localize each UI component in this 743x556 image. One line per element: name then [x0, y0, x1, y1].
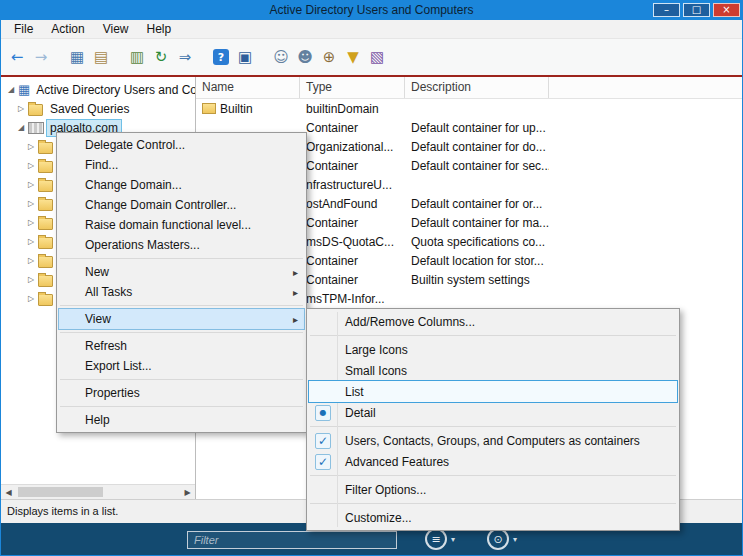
- list-menu-button[interactable]: ≡: [425, 528, 447, 550]
- menu-item-new[interactable]: New▸: [59, 262, 304, 282]
- expander-collapsed-icon[interactable]: ▷: [25, 199, 37, 208]
- caret-down-icon[interactable]: ▾: [513, 535, 517, 544]
- minimize-button[interactable]: –: [653, 3, 680, 17]
- menu-item-delegate-control[interactable]: Delegate Control...: [59, 135, 304, 155]
- maximize-button[interactable]: □: [683, 3, 710, 17]
- cell-type: Container: [300, 216, 405, 230]
- menu-item-label: Refresh: [85, 339, 127, 353]
- list-header: NameTypeDescription: [196, 77, 742, 99]
- menu-item-help[interactable]: Help: [59, 410, 304, 430]
- expander-collapsed-icon[interactable]: ▷: [25, 161, 37, 170]
- cell-type: Container: [300, 254, 405, 268]
- view-menu-item-advanced-features[interactable]: ✓Advanced Features: [309, 451, 677, 472]
- menubar-item-file[interactable]: File: [5, 20, 42, 38]
- view-menu-item-large-icons[interactable]: Large Icons: [309, 339, 677, 360]
- menu-separator: [60, 258, 303, 259]
- view-submenu: Add/Remove Columns...Large IconsSmall Ic…: [306, 308, 680, 531]
- properties-button[interactable]: ▤: [89, 45, 113, 69]
- column-header-description[interactable]: Description: [405, 77, 549, 98]
- view-menu-item-users-contacts-groups-and-computers-as-containers[interactable]: ✓Users, Contacts, Groups, and Computers …: [309, 430, 677, 451]
- menu-item-operations-masters[interactable]: Operations Masters...: [59, 235, 304, 255]
- cell-description: Default location for stor...: [405, 254, 549, 268]
- menu-item-refresh[interactable]: Refresh: [59, 336, 304, 356]
- expander-collapsed-icon[interactable]: ▷: [15, 104, 27, 113]
- up-one-level-button[interactable]: ⇒: [173, 45, 197, 69]
- window-title: Active Directory Users and Computers: [1, 1, 742, 20]
- back-button[interactable]: ←: [5, 45, 29, 69]
- scroll-left-button[interactable]: ◀: [1, 488, 16, 497]
- menubar-item-action[interactable]: Action: [42, 20, 93, 38]
- expander-collapsed-icon[interactable]: ▷: [25, 218, 37, 227]
- caret-down-icon[interactable]: ▾: [451, 535, 455, 544]
- expander-collapsed-icon[interactable]: ▷: [25, 237, 37, 246]
- filter-input[interactable]: [187, 531, 397, 549]
- cell-type: Container: [300, 121, 405, 135]
- toolbar: ←→▦▤▥↻⇒?▣☺☻⊕▼▧: [1, 39, 742, 75]
- menu-item-label: Small Icons: [337, 364, 407, 378]
- new-window-button[interactable]: ▣: [233, 45, 257, 69]
- cell-description: Builtin system settings: [405, 273, 549, 287]
- view-menu-item-filter-options[interactable]: Filter Options...: [309, 479, 677, 500]
- menubar-item-view[interactable]: View: [94, 20, 138, 38]
- view-menu-item-add-remove-columns[interactable]: Add/Remove Columns...: [309, 311, 677, 332]
- expander-collapsed-icon[interactable]: ▷: [25, 142, 37, 151]
- menu-item-properties[interactable]: Properties: [59, 383, 304, 403]
- expander-collapsed-icon[interactable]: ▷: [25, 256, 37, 265]
- tree-item-saved-queries[interactable]: ▷Saved Queries: [1, 99, 195, 118]
- view-options-button[interactable]: ▧: [365, 45, 389, 69]
- forward-button[interactable]: →: [29, 45, 53, 69]
- expander-collapsed-icon[interactable]: ▷: [25, 294, 37, 303]
- new-group-button[interactable]: ☻: [293, 45, 317, 69]
- export-list-button[interactable]: ▥: [125, 45, 149, 69]
- column-header-name[interactable]: Name: [196, 77, 300, 98]
- view-menu-item-customize[interactable]: Customize...: [309, 507, 677, 528]
- folder-icon: [38, 199, 53, 211]
- cell-description: Default container for sec...: [405, 159, 549, 173]
- menu-item-view[interactable]: View▸: [59, 309, 304, 329]
- menu-item-find[interactable]: Find...: [59, 155, 304, 175]
- menu-item-export-list[interactable]: Export List...: [59, 356, 304, 376]
- menu-item-label: Operations Masters...: [85, 238, 200, 252]
- menu-item-change-domain-controller[interactable]: Change Domain Controller...: [59, 195, 304, 215]
- scrollbar-track[interactable]: [16, 485, 180, 499]
- expander-expanded-icon[interactable]: ◢: [15, 123, 27, 132]
- expander-collapsed-icon[interactable]: ▷: [25, 275, 37, 284]
- cell-description: Default container for or...: [405, 197, 549, 211]
- menu-item-label: Change Domain...: [85, 178, 182, 192]
- tree-item-active-directory-users-and-com[interactable]: ◢▦Active Directory Users and Com: [1, 80, 195, 99]
- scrollbar-thumb[interactable]: [18, 487, 103, 497]
- view-menu-item-detail[interactable]: ●Detail: [309, 402, 677, 423]
- add-to-group-button[interactable]: ⊕: [317, 45, 341, 69]
- folder-icon: [38, 294, 53, 306]
- set-filter-button[interactable]: ▼: [341, 45, 365, 69]
- title-bar[interactable]: Active Directory Users and Computers – □…: [1, 1, 742, 20]
- menu-item-label: Help: [85, 413, 110, 427]
- expander-expanded-icon[interactable]: ◢: [5, 85, 17, 94]
- menu-item-all-tasks[interactable]: All Tasks▸: [59, 282, 304, 302]
- close-button[interactable]: ×: [713, 3, 740, 17]
- menu-item-raise-domain-functional-level[interactable]: Raise domain functional level...: [59, 215, 304, 235]
- view-menu-item-small-icons[interactable]: Small Icons: [309, 360, 677, 381]
- menu-item-label: View: [85, 312, 111, 326]
- storage-menu-button[interactable]: ⊙: [487, 528, 509, 550]
- cell-type: msTPM-Infor...: [300, 292, 405, 306]
- menu-separator: [60, 332, 303, 333]
- back-icon: ←: [11, 50, 24, 65]
- column-header-type[interactable]: Type: [300, 77, 405, 98]
- expander-collapsed-icon[interactable]: ▷: [25, 180, 37, 189]
- help-button[interactable]: ?: [209, 45, 233, 69]
- folder-icon: [38, 161, 53, 173]
- aduc-window: Active Directory Users and Computers – □…: [0, 0, 743, 556]
- menu-item-change-domain[interactable]: Change Domain...: [59, 175, 304, 195]
- scroll-right-button[interactable]: ▶: [180, 488, 195, 497]
- tree-horizontal-scrollbar[interactable]: ◀ ▶: [1, 484, 195, 499]
- menu-separator: [310, 475, 676, 476]
- folder-icon: [38, 237, 53, 249]
- list-menu-icon: ≡: [431, 534, 440, 545]
- show-console-tree-button[interactable]: ▦: [65, 45, 89, 69]
- new-user-button[interactable]: ☺: [269, 45, 293, 69]
- menubar-item-help[interactable]: Help: [138, 20, 181, 38]
- refresh-button[interactable]: ↻: [149, 45, 173, 69]
- view-menu-item-list[interactable]: List: [309, 381, 677, 402]
- list-row[interactable]: BuiltinbuiltinDomain: [196, 99, 742, 118]
